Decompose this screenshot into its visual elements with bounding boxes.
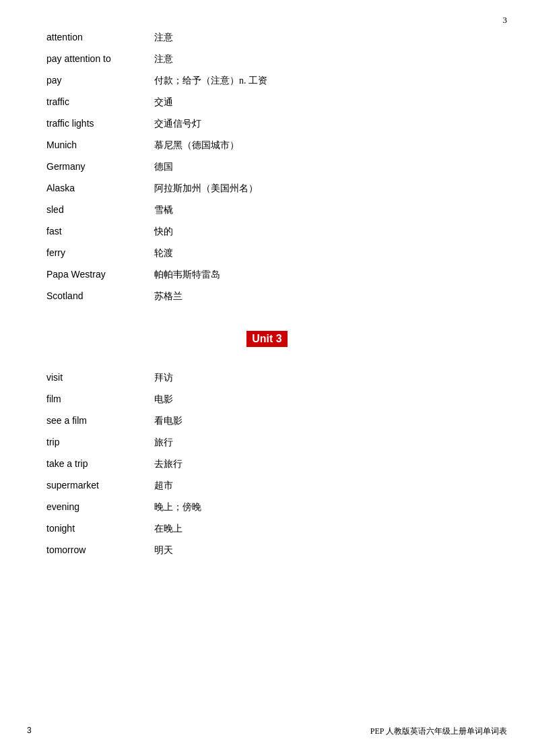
unit-badge: Unit 3 [246,331,287,347]
english-term: Munich [46,139,154,150]
list-item: traffic 交通 [46,92,488,113]
english-term: film [46,393,154,404]
page: 3 attention 注意 pay attention to 注意 pay 付… [0,0,534,756]
chinese-definition: 电影 [154,393,488,406]
chinese-definition: 去旅行 [154,458,488,470]
list-item: fast 快的 [46,221,488,243]
english-term: Germany [46,161,154,172]
chinese-definition: 拜访 [154,372,488,384]
chinese-definition: 德国 [154,161,488,173]
chinese-definition: 注意 [154,32,488,44]
list-item: evening 晚上；傍晚 [46,497,488,518]
list-item: take a trip 去旅行 [46,453,488,475]
english-term: trip [46,437,154,447]
chinese-definition: 交通 [154,96,488,108]
footer: 3 PEP 人教版英语六年级上册单词单词表 [0,726,534,737]
list-item: Germany 德国 [46,156,488,178]
list-item: Papa Westray 帕帕韦斯特雷岛 [46,264,488,286]
list-item: tomorrow 明天 [46,540,488,561]
english-term: tonight [46,523,154,534]
chinese-definition: 付款；给予（注意）n. 工资 [154,75,488,87]
chinese-definition: 明天 [154,544,488,557]
chinese-definition: 晚上；傍晚 [154,501,488,513]
list-item: film 电影 [46,389,488,410]
chinese-definition: 看电影 [154,415,488,427]
list-item: Scotland 苏格兰 [46,286,488,307]
list-item: pay 付款；给予（注意）n. 工资 [46,70,488,92]
english-term: tomorrow [46,544,154,555]
chinese-definition: 快的 [154,226,488,238]
unit-header: Unit 3 [46,331,488,347]
english-term: pay attention to [46,53,154,64]
list-item: Munich 慕尼黑（德国城市） [46,135,488,156]
list-item: pay attention to 注意 [46,49,488,70]
chinese-definition: 阿拉斯加州（美国州名） [154,183,488,195]
english-term: Scotland [46,290,154,301]
english-term: Papa Westray [46,269,154,280]
list-item: supermarket 超市 [46,475,488,497]
list-item: see a film 看电影 [46,410,488,432]
chinese-definition: 雪橇 [154,204,488,216]
list-item: ferry 轮渡 [46,243,488,264]
chinese-definition: 注意 [154,53,488,65]
footer-page-number: 3 [27,726,32,737]
chinese-definition: 在晚上 [154,523,488,535]
english-term: supermarket [46,480,154,491]
english-term: evening [46,501,154,512]
english-term: Alaska [46,183,154,193]
list-item: visit 拜访 [46,367,488,389]
english-term: visit [46,372,154,383]
chinese-definition: 苏格兰 [154,290,488,303]
english-term: pay [46,75,154,86]
list-item: trip 旅行 [46,432,488,453]
chinese-definition: 超市 [154,480,488,492]
list-item: tonight 在晚上 [46,518,488,540]
chinese-definition: 轮渡 [154,247,488,259]
vocab-list-pre-unit3: attention 注意 pay attention to 注意 pay 付款；… [46,27,488,307]
english-term: traffic lights [46,118,154,129]
list-item: attention 注意 [46,27,488,49]
chinese-definition: 旅行 [154,437,488,449]
page-number-top: 3 [503,15,508,26]
english-term: ferry [46,247,154,258]
chinese-definition: 交通信号灯 [154,118,488,130]
list-item: sled 雪橇 [46,199,488,221]
list-item: traffic lights 交通信号灯 [46,113,488,135]
english-term: traffic [46,96,154,107]
english-term: take a trip [46,458,154,469]
chinese-definition: 慕尼黑（德国城市） [154,139,488,152]
english-term: fast [46,226,154,237]
footer-title: PEP 人教版英语六年级上册单词单词表 [370,726,507,737]
list-item: Alaska 阿拉斯加州（美国州名） [46,178,488,199]
chinese-definition: 帕帕韦斯特雷岛 [154,269,488,281]
english-term: sled [46,204,154,215]
vocab-list-unit3: visit 拜访 film 电影 see a film 看电影 trip 旅行 … [46,367,488,561]
english-term: attention [46,32,154,42]
english-term: see a film [46,415,154,426]
